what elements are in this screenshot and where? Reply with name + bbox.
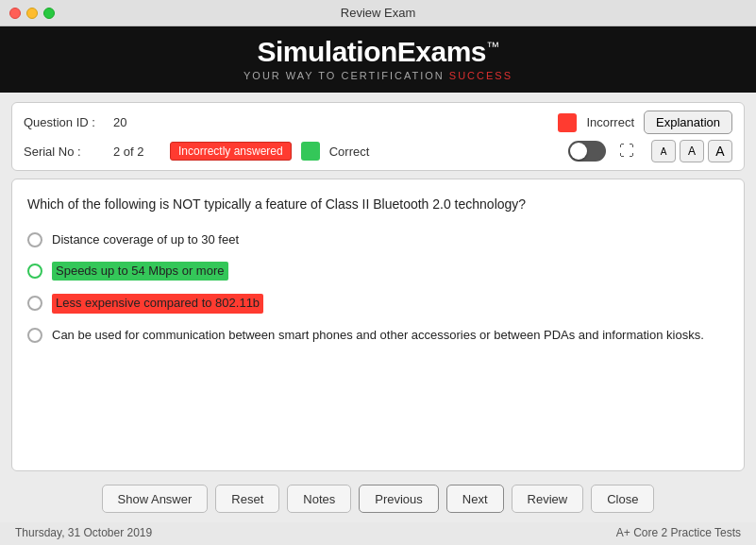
font-small-button[interactable]: A [651, 140, 676, 162]
incorrect-color-dot [558, 113, 577, 132]
minimize-traffic-light[interactable] [26, 8, 38, 19]
question-id-row: Question ID : 20 Incorrect Explanation [24, 111, 732, 134]
close-traffic-light[interactable] [9, 8, 21, 19]
brand-title: SimulationExams™ [19, 36, 737, 68]
previous-button[interactable]: Previous [359, 485, 439, 513]
info-bar: Question ID : 20 Incorrect Explanation S… [11, 102, 745, 171]
expand-icon[interactable]: ⛶ [615, 141, 638, 162]
question-id-label: Question ID : [24, 115, 104, 129]
incorrect-label: Incorrect [586, 115, 634, 129]
correct-label: Correct [329, 145, 370, 159]
serial-no-value: 2 of 2 [113, 145, 160, 159]
explanation-button[interactable]: Explanation [644, 111, 732, 134]
title-bar: Review Exam [0, 0, 756, 26]
window-title: Review Exam [341, 6, 415, 20]
option-3-text: Less expensive compared to 802.11b [52, 294, 263, 313]
radio-option-3[interactable] [27, 296, 42, 311]
toggle-switch[interactable] [568, 141, 606, 162]
option-4[interactable]: Can be used for communication between sm… [27, 327, 729, 344]
show-answer-button[interactable]: Show Answer [102, 485, 209, 513]
button-bar: Show Answer Reset Notes Previous Next Re… [11, 479, 745, 515]
maximize-traffic-light[interactable] [43, 8, 55, 19]
notes-button[interactable]: Notes [287, 485, 351, 513]
serial-no-row: Serial No : 2 of 2 Incorrectly answered … [24, 140, 732, 162]
brand-header: SimulationExams™ YOUR WAY TO CERTIFICATI… [0, 26, 756, 93]
option-1-text: Distance coverage of up to 30 feet [52, 231, 239, 248]
question-id-value: 20 [113, 115, 160, 129]
traffic-lights [9, 8, 55, 19]
review-button[interactable]: Review [512, 485, 584, 513]
correct-color-dot [301, 142, 320, 161]
main-window: Question ID : 20 Incorrect Explanation S… [0, 93, 756, 522]
incorrectly-answered-badge: Incorrectly answered [170, 142, 292, 161]
serial-no-label: Serial No : [24, 145, 104, 159]
question-area: Which of the following is NOT typically … [11, 179, 745, 471]
status-product: A+ Core 2 Practice Tests [616, 526, 741, 539]
radio-option-1[interactable] [27, 232, 42, 247]
question-text: Which of the following is NOT typically … [27, 195, 729, 214]
option-1[interactable]: Distance coverage of up to 30 feet [27, 231, 729, 248]
reset-button[interactable]: Reset [215, 485, 279, 513]
toggle-knob [570, 143, 587, 160]
close-button[interactable]: Close [591, 485, 654, 513]
status-date: Thursday, 31 October 2019 [15, 526, 152, 539]
option-4-text: Can be used for communication between sm… [52, 327, 704, 344]
status-bar: Thursday, 31 October 2019 A+ Core 2 Prac… [0, 522, 756, 545]
font-size-buttons: A A A [651, 140, 732, 162]
option-2[interactable]: Speeds up to 54 Mbps or more [27, 262, 729, 281]
option-2-text: Speeds up to 54 Mbps or more [52, 262, 228, 281]
radio-option-4[interactable] [27, 328, 42, 343]
font-large-button[interactable]: A [708, 140, 732, 162]
option-3[interactable]: Less expensive compared to 802.11b [27, 294, 729, 313]
brand-subtitle: YOUR WAY TO CERTIFICATION SUCCESS [19, 70, 737, 81]
radio-option-2[interactable] [27, 264, 42, 279]
font-medium-button[interactable]: A [680, 140, 704, 162]
next-button[interactable]: Next [446, 485, 504, 513]
